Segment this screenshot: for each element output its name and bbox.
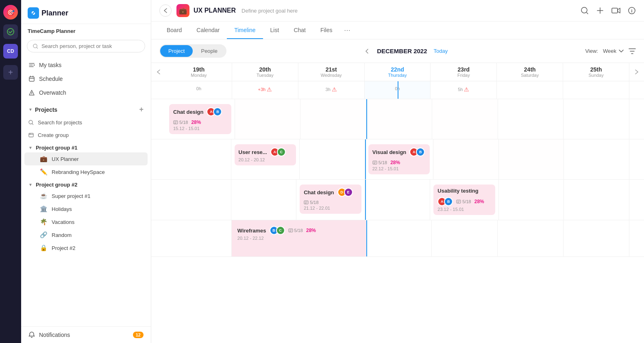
tab-board[interactable]: Board (159, 22, 189, 39)
topbar-info-icon[interactable] (628, 7, 636, 15)
view-mode-select[interactable]: Week (603, 48, 624, 54)
project-item-super[interactable]: ☕ Super project #1 (24, 189, 148, 202)
task-card-chat-design-1[interactable]: Chat design A B 5/18 28% 15.12 - 15. (169, 104, 231, 134)
project-item-project2[interactable]: 🔒 Project #2 (24, 241, 148, 254)
task-card-user-research[interactable]: User rese... A C 20.12 - 20.12 (235, 144, 296, 165)
day-21: 21st Wednsday (298, 63, 365, 81)
sidebar-item-schedule[interactable]: Schedule (21, 72, 151, 86)
topbar-video-icon[interactable] (611, 7, 620, 14)
project-title-area: 💼 UX PLANNER Define project goal here (176, 4, 298, 17)
prev-week-button[interactable] (151, 63, 166, 81)
my-tasks-label: My tasks (39, 62, 61, 68)
project-item-holidays[interactable]: 🏛️ Holidays (24, 202, 148, 215)
ux-planner-label: UX Planner (52, 156, 78, 162)
notifications-icon (28, 332, 35, 338)
vacations-icon: 🌴 (40, 218, 48, 226)
svg-rect-9 (174, 121, 178, 124)
row1-spacer-left (151, 99, 166, 139)
topbar-search-icon[interactable] (581, 7, 589, 15)
row3-cell-24 (499, 180, 564, 220)
project-group-1-header[interactable]: ▼ Project group #1 (21, 141, 151, 152)
avatar-blue-vd: B (416, 148, 425, 156)
task-card-wireframes[interactable]: Wireframes B C 5/18 28% 20.12 - 22.1 (233, 223, 364, 244)
tab-files[interactable]: Files (313, 22, 340, 39)
back-button[interactable] (159, 4, 172, 17)
date-wireframes: 20.12 - 22.12 (237, 236, 360, 241)
row3-cell-25 (564, 180, 629, 220)
avatars-user-research: A C (270, 148, 286, 156)
tab-timeline[interactable]: Timeline (227, 22, 263, 39)
sidebar-item-overwatch[interactable]: Overwatch (21, 86, 151, 100)
ux-planner-icon: 💼 (40, 155, 48, 163)
svg-rect-10 (373, 161, 377, 164)
project-item-ux-planner[interactable]: 💼 UX Planner (24, 152, 148, 165)
svg-rect-11 (304, 201, 308, 204)
project-group-2-header[interactable]: ▼ Project group #2 (21, 178, 151, 189)
tab-more-icon[interactable]: ⋯ (340, 22, 355, 39)
search-projects-action[interactable]: Search for projects (21, 116, 151, 129)
day-22: 22nd Thursday (365, 63, 431, 81)
holidays-label: Holidays (52, 206, 72, 212)
today-button[interactable]: Today (434, 48, 448, 54)
progress-usability: 28% (474, 199, 484, 204)
sidebar-item-my-tasks[interactable]: My tasks (21, 58, 151, 72)
hours-row: 0h +3h ⚠ 3h ⚠ 0h (151, 81, 644, 99)
next-week-button[interactable] (629, 63, 644, 81)
search-box[interactable] (27, 40, 145, 52)
projects-section: ▼ Projects + Search for projects Create … (21, 101, 151, 326)
overwatch-label: Overwatch (39, 89, 66, 96)
people-toggle-button[interactable]: People (193, 45, 225, 57)
project-toggle-button[interactable]: Project (160, 45, 193, 57)
row4-spacer-right (629, 220, 644, 256)
projects-collapse-btn[interactable]: ▼ Projects (28, 106, 57, 113)
timeline-row-4: Wireframes B C 5/18 28% 20.12 - 22.1 (151, 220, 644, 257)
project-item-rebranding[interactable]: ✏️ Rebranding HeySpace (24, 165, 148, 178)
user-avatar-icon[interactable]: CD (3, 44, 18, 59)
row1-cell-22 (366, 99, 432, 139)
row1-cell-23 (432, 99, 498, 139)
task-card-usability[interactable]: Usability testing A B 5/18 28% 23.12 (433, 185, 495, 215)
tab-chat[interactable]: Chat (286, 22, 313, 39)
svg-point-6 (581, 7, 587, 13)
timeline-row-3: Chat design D E 5/18 21.12 - 22.01 (151, 180, 644, 220)
add-workspace-button[interactable]: + (3, 65, 18, 80)
avatar-green-ur: C (277, 148, 286, 156)
tab-calendar[interactable]: Calendar (189, 22, 227, 39)
app-logo-icon: 🎯 (3, 5, 18, 20)
timeline-controls: Project People DECEMBER 2022 Today View:… (151, 39, 644, 63)
row4-cell-19 (166, 220, 232, 256)
filter-icon[interactable] (629, 48, 636, 54)
subtasks-wireframes: 5/18 (288, 228, 303, 233)
check-icon[interactable] (3, 24, 18, 39)
random-label: Random (52, 232, 72, 238)
day-25: 25th Sunday (563, 63, 629, 81)
subtasks-visual: 5/18 (372, 160, 387, 165)
add-project-button[interactable]: + (139, 105, 144, 114)
task-card-visual-design[interactable]: Visual design A B 5/18 28% 22.12 - 1 (368, 144, 430, 174)
avatars-chat-1: A B (207, 107, 222, 116)
today-line-row2 (365, 139, 366, 179)
project2-icon: 🔒 (40, 244, 48, 252)
prev-month-icon[interactable] (364, 48, 370, 54)
create-group-label: Create group (38, 132, 69, 138)
rebranding-label: Rebranding HeySpace (52, 169, 105, 175)
group2-name: Project group #2 (36, 182, 78, 188)
view-controls: View: Week (585, 48, 636, 54)
topbar-add-icon[interactable] (596, 7, 604, 15)
svg-rect-5 (29, 133, 33, 137)
search-input[interactable] (41, 43, 139, 49)
row2-cell-21 (300, 139, 365, 179)
project-item-vacations[interactable]: 🌴 Vacations (24, 215, 148, 228)
avatars-visual: A B (409, 148, 425, 156)
project-item-random[interactable]: 🔗 Random (24, 228, 148, 241)
notifications-item[interactable]: Notifications (28, 332, 70, 338)
search-icon (33, 43, 38, 49)
org-name: TimeCamp Planner (21, 24, 151, 37)
row2-cell-24 (499, 139, 564, 179)
create-group-action[interactable]: Create group (21, 129, 151, 141)
avatar-green-wf: C (276, 226, 285, 235)
task-card-chat-design-2[interactable]: Chat design D E 5/18 21.12 - 22.01 (300, 185, 361, 214)
tab-list[interactable]: List (263, 22, 287, 39)
row3-cell-19 (166, 180, 231, 220)
row2-cell-25 (564, 139, 629, 179)
